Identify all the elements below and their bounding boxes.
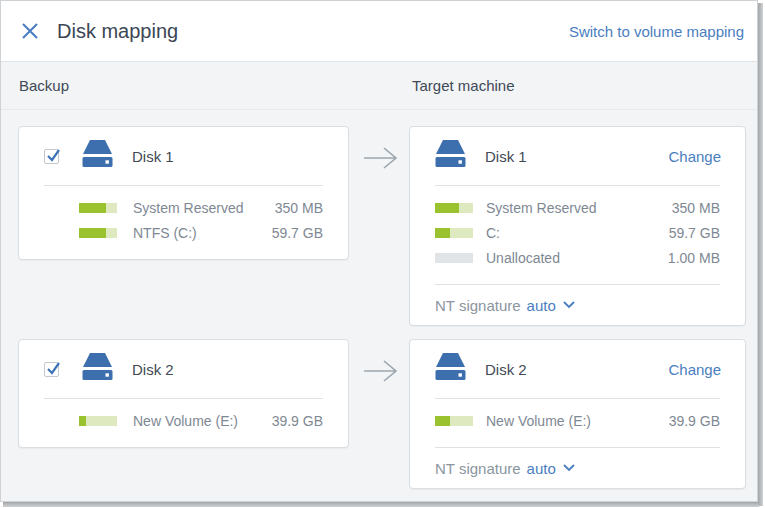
nt-signature-row: NT signature auto (410, 285, 745, 325)
nt-signature-row: NT signature auto (410, 448, 745, 488)
close-icon (21, 22, 39, 40)
disk-header: Disk 2 (19, 340, 348, 398)
volume-capacity-bar (435, 228, 473, 238)
volume-size: 1.00 MB (668, 250, 720, 266)
disk-name: Disk 1 (132, 148, 174, 165)
backup-column-label: Backup (19, 77, 69, 94)
disk-name: Disk 2 (132, 361, 174, 378)
nt-signature-select[interactable]: auto (527, 460, 556, 477)
volume-capacity-bar (79, 203, 117, 213)
volume-label: New Volume (E:) (133, 413, 264, 429)
volume-capacity-bar (435, 253, 473, 263)
window-shadow-right (758, 3, 763, 506)
column-headers: Backup Target machine (1, 62, 757, 110)
volume-list: System Reserved 350 MB NTFS (C:) 59.7 GB (19, 186, 348, 259)
volume-row: New Volume (E:) 39.9 GB (19, 408, 348, 433)
disk-name: Disk 1 (485, 148, 527, 165)
volume-label: C: (486, 225, 661, 241)
volume-list: System Reserved 350 MB C: 59.7 GB Unallo… (410, 186, 745, 284)
volume-row: System Reserved 350 MB (410, 195, 745, 220)
window-shadow-bottom (3, 502, 759, 507)
volume-size: 350 MB (275, 200, 323, 216)
mapping-content: Disk 1 System Reserved 350 MB NTFS (C:) … (1, 110, 757, 501)
volume-label: NTFS (C:) (133, 225, 264, 241)
nt-signature-select[interactable]: auto (527, 297, 556, 314)
disk-drive-icon (82, 352, 113, 386)
volume-row: New Volume (E:) 39.9 GB (410, 408, 745, 433)
nt-signature-label: NT signature (435, 460, 521, 477)
backup-disk2-card: Disk 2 New Volume (E:) 39.9 GB (18, 339, 349, 448)
disk-drive-icon (435, 352, 466, 386)
target-disk2-card: Disk 2 Change New Volume (E:) 39.9 GB NT… (409, 339, 746, 489)
volume-row: NTFS (C:) 59.7 GB (19, 220, 348, 245)
volume-capacity-bar (79, 416, 117, 426)
volume-capacity-bar (435, 203, 473, 213)
volume-row: C: 59.7 GB (410, 220, 745, 245)
volume-size: 39.9 GB (669, 413, 720, 429)
chevron-down-icon[interactable] (563, 464, 575, 472)
volume-size: 350 MB (672, 200, 720, 216)
page-title: Disk mapping (57, 20, 178, 43)
target-column-label: Target machine (412, 77, 515, 94)
volume-label: System Reserved (486, 200, 664, 216)
volume-row: Unallocated 1.00 MB (410, 245, 745, 270)
close-button[interactable] (19, 20, 41, 42)
disk-name: Disk 2 (485, 361, 527, 378)
volume-capacity-bar (435, 416, 473, 426)
change-button[interactable]: Change (668, 148, 721, 165)
disk-drive-icon (82, 139, 113, 173)
volume-label: System Reserved (133, 200, 267, 216)
volume-size: 39.9 GB (272, 413, 323, 429)
disk1-checkbox[interactable] (44, 149, 59, 164)
arrow-right-icon (362, 145, 398, 171)
disk-mapping-dialog: Disk mapping Switch to volume mapping Ba… (0, 0, 758, 502)
arrow-right-icon (362, 358, 398, 384)
disk2-checkbox[interactable] (44, 362, 59, 377)
chevron-down-icon[interactable] (563, 301, 575, 309)
volume-list: New Volume (E:) 39.9 GB (410, 399, 745, 447)
disk-drive-icon (435, 139, 466, 173)
disk-header: Disk 2 Change (410, 340, 745, 398)
volume-label: New Volume (E:) (486, 413, 661, 429)
volume-list: New Volume (E:) 39.9 GB (19, 399, 348, 447)
volume-row: System Reserved 350 MB (19, 195, 348, 220)
disk-header: Disk 1 (19, 127, 348, 185)
volume-label: Unallocated (486, 250, 660, 266)
nt-signature-label: NT signature (435, 297, 521, 314)
volume-capacity-bar (79, 228, 117, 238)
change-button[interactable]: Change (668, 361, 721, 378)
target-disk1-card: Disk 1 Change System Reserved 350 MB C: … (409, 126, 746, 326)
volume-size: 59.7 GB (272, 225, 323, 241)
switch-to-volume-mapping-link[interactable]: Switch to volume mapping (569, 23, 744, 40)
dialog-titlebar: Disk mapping Switch to volume mapping (1, 1, 757, 62)
backup-disk1-card: Disk 1 System Reserved 350 MB NTFS (C:) … (18, 126, 349, 260)
disk-header: Disk 1 Change (410, 127, 745, 185)
volume-size: 59.7 GB (669, 225, 720, 241)
